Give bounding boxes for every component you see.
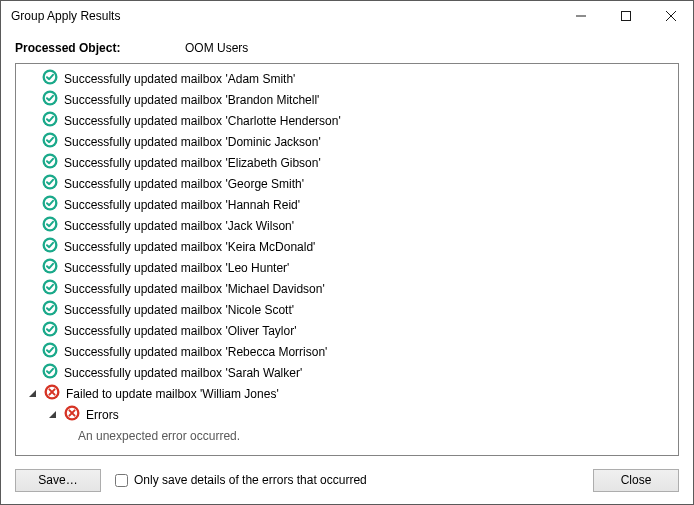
svg-marker-34 <box>29 390 36 397</box>
result-row-success[interactable]: Successfully updated mailbox 'Rebecca Mo… <box>16 341 678 362</box>
processed-object-row: Processed Object: OOM Users <box>15 37 679 63</box>
success-icon <box>42 69 58 88</box>
error-message-row: An unexpected error occurred. <box>16 425 678 446</box>
processed-object-label: Processed Object: <box>15 41 185 55</box>
result-row-success[interactable]: Successfully updated mailbox 'Elizabeth … <box>16 152 678 173</box>
result-text: Successfully updated mailbox 'Brandon Mi… <box>64 93 319 107</box>
result-row-success[interactable]: Successfully updated mailbox 'Keira McDo… <box>16 236 678 257</box>
result-text: Successfully updated mailbox 'Sarah Walk… <box>64 366 302 380</box>
result-row-success[interactable]: Successfully updated mailbox 'George Smi… <box>16 173 678 194</box>
header-area: Processed Object: OOM Users <box>1 31 693 63</box>
error-message-text: An unexpected error occurred. <box>78 429 240 443</box>
result-text: Successfully updated mailbox 'Adam Smith… <box>64 72 295 86</box>
success-icon <box>42 195 58 214</box>
result-text: Successfully updated mailbox 'Oliver Tay… <box>64 324 296 338</box>
result-text: Successfully updated mailbox 'Leo Hunter… <box>64 261 289 275</box>
success-icon <box>42 216 58 235</box>
result-row-success[interactable]: Successfully updated mailbox 'Hannah Rei… <box>16 194 678 215</box>
result-text: Successfully updated mailbox 'Hannah Rei… <box>64 198 300 212</box>
result-row-success[interactable]: Successfully updated mailbox 'Nicole Sco… <box>16 299 678 320</box>
window-controls <box>558 1 693 31</box>
success-icon <box>42 90 58 109</box>
result-row-success[interactable]: Successfully updated mailbox 'Michael Da… <box>16 278 678 299</box>
success-icon <box>42 237 58 256</box>
success-icon <box>42 279 58 298</box>
success-icon <box>42 174 58 193</box>
svg-rect-1 <box>621 12 630 21</box>
success-icon <box>42 111 58 130</box>
success-icon <box>42 300 58 319</box>
dialog-window: Group Apply Results Processed Object: OO… <box>0 0 694 505</box>
result-text: Successfully updated mailbox 'Nicole Sco… <box>64 303 294 317</box>
result-text: Successfully updated mailbox 'Jack Wilso… <box>64 219 294 233</box>
processed-object-value: OOM Users <box>185 41 248 55</box>
expander-icon[interactable] <box>26 388 38 400</box>
success-icon <box>42 321 58 340</box>
result-text: Successfully updated mailbox 'Elizabeth … <box>64 156 321 170</box>
result-row-success[interactable]: Successfully updated mailbox 'Dominic Ja… <box>16 131 678 152</box>
result-row-success[interactable]: Successfully updated mailbox 'Oliver Tay… <box>16 320 678 341</box>
maximize-button[interactable] <box>603 1 648 31</box>
errors-only-checkbox[interactable] <box>115 474 128 487</box>
result-text: Successfully updated mailbox 'Keira McDo… <box>64 240 315 254</box>
result-row-success[interactable]: Successfully updated mailbox 'Sarah Walk… <box>16 362 678 383</box>
close-window-button[interactable] <box>648 1 693 31</box>
svg-marker-39 <box>49 411 56 418</box>
result-text: Successfully updated mailbox 'Michael Da… <box>64 282 325 296</box>
result-text: Successfully updated mailbox 'George Smi… <box>64 177 304 191</box>
save-button[interactable]: Save… <box>15 469 101 492</box>
result-row-success[interactable]: Successfully updated mailbox 'Jack Wilso… <box>16 215 678 236</box>
errors-node[interactable]: Errors <box>16 404 678 425</box>
errors-only-checkbox-wrap[interactable]: Only save details of the errors that occ… <box>115 473 367 487</box>
expander-icon[interactable] <box>46 409 58 421</box>
results-list[interactable]: Successfully updated mailbox 'Adam Smith… <box>15 63 679 456</box>
result-row-success[interactable]: Successfully updated mailbox 'Brandon Mi… <box>16 89 678 110</box>
result-row-failure[interactable]: Failed to update mailbox 'William Jones' <box>16 383 678 404</box>
success-icon <box>42 132 58 151</box>
result-text: Successfully updated mailbox 'Charlotte … <box>64 114 341 128</box>
success-icon <box>42 342 58 361</box>
result-text: Failed to update mailbox 'William Jones' <box>66 387 279 401</box>
footer-bar: Save… Only save details of the errors th… <box>1 456 693 504</box>
minimize-button[interactable] <box>558 1 603 31</box>
result-row-success[interactable]: Successfully updated mailbox 'Leo Hunter… <box>16 257 678 278</box>
errors-label: Errors <box>86 408 119 422</box>
result-text: Successfully updated mailbox 'Rebecca Mo… <box>64 345 327 359</box>
success-icon <box>42 258 58 277</box>
error-icon <box>44 384 60 403</box>
window-title: Group Apply Results <box>11 9 120 23</box>
success-icon <box>42 363 58 382</box>
error-icon <box>64 405 80 424</box>
result-row-success[interactable]: Successfully updated mailbox 'Adam Smith… <box>16 68 678 89</box>
title-bar: Group Apply Results <box>1 1 693 31</box>
close-button[interactable]: Close <box>593 469 679 492</box>
result-text: Successfully updated mailbox 'Dominic Ja… <box>64 135 321 149</box>
result-row-success[interactable]: Successfully updated mailbox 'Charlotte … <box>16 110 678 131</box>
errors-only-label: Only save details of the errors that occ… <box>134 473 367 487</box>
success-icon <box>42 153 58 172</box>
